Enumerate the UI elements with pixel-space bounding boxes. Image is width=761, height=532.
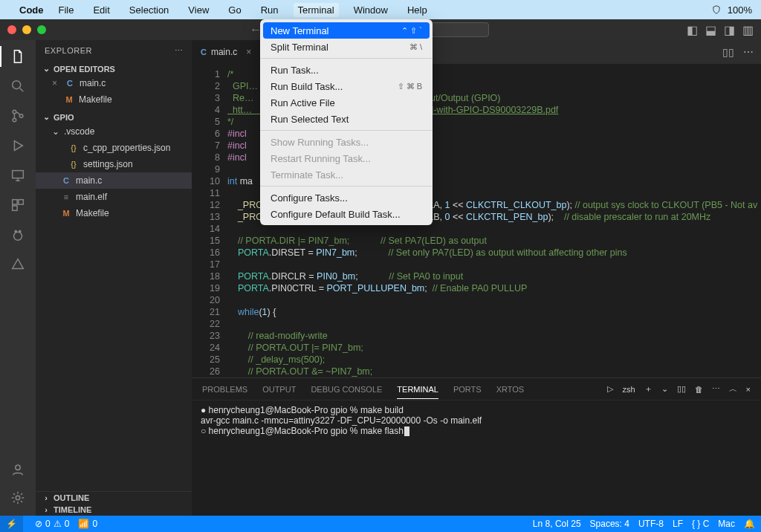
terminal-shell-label[interactable]: zsh [622, 385, 635, 394]
open-editors-header[interactable]: ⌄OPEN EDITORS [36, 62, 192, 75]
svg-point-10 [15, 230, 16, 232]
svg-line-1 [20, 88, 24, 92]
remote-indicator[interactable]: ⚡ [0, 516, 23, 532]
menu-item[interactable]: Run Build Task...⇧ ⌘ B [260, 78, 433, 94]
outline-header[interactable]: ›OUTLINE [36, 491, 192, 504]
panel-tab-problems[interactable]: PROBLEMS [202, 385, 247, 394]
menubar-item-view[interactable]: View [184, 3, 213, 17]
panel-tab-output[interactable]: OUTPUT [262, 385, 296, 394]
close-panel-icon[interactable]: × [746, 385, 751, 394]
menu-item[interactable]: Run Task... [260, 62, 433, 78]
svg-point-0 [13, 81, 21, 89]
menu-item[interactable]: Run Selected Text [260, 111, 433, 127]
svg-point-3 [13, 118, 16, 122]
menu-item: Terminate Task... [260, 166, 433, 183]
menubar-item-run[interactable]: Run [256, 3, 283, 17]
open-editor-item[interactable]: ×Cmain.c [36, 75, 192, 91]
svg-rect-7 [19, 200, 23, 204]
more-icon[interactable]: ⋯ [712, 384, 720, 394]
search-icon[interactable] [9, 77, 27, 95]
language-status[interactable]: { } C [692, 519, 709, 529]
new-terminal-icon[interactable]: ＋ [644, 383, 652, 395]
panel-tab-ports[interactable]: PORTS [453, 385, 482, 394]
accounts-icon[interactable] [9, 461, 27, 479]
tree-file[interactable]: {}c_cpp_properties.json [36, 140, 192, 156]
more-icon[interactable]: ⋯ [175, 46, 184, 56]
activity-bar [0, 40, 36, 516]
c-file-icon: C [201, 48, 207, 56]
layout-sidebar-right-icon[interactable]: ◨ [724, 23, 735, 37]
menubar-item-window[interactable]: Window [349, 3, 392, 17]
open-editor-item[interactable]: MMakefile [36, 91, 192, 108]
panel-tabs: PROBLEMSOUTPUTDEBUG CONSOLETERMINALPORTS… [192, 378, 761, 400]
workspace-header[interactable]: ⌄GPIO [36, 111, 192, 123]
layout-customize-icon[interactable]: ▥ [742, 23, 754, 37]
panel-tab-xrtos[interactable]: XRTOS [496, 385, 525, 394]
cursor-position[interactable]: Ln 8, Col 25 [533, 519, 581, 529]
minimize-window-icon[interactable] [22, 25, 31, 34]
status-bar: ⚡ ⊘ 0 ⚠ 0 📶 0 Ln 8, Col 25 Spaces: 4 UTF… [0, 516, 761, 532]
platformio-icon[interactable] [9, 226, 27, 244]
run-debug-icon[interactable] [9, 137, 27, 155]
chevron-up-icon[interactable]: ︿ [729, 383, 737, 395]
split-terminal-icon[interactable]: ▯▯ [677, 384, 686, 394]
battery-text: 100% [728, 4, 752, 16]
encoding-status[interactable]: UTF-8 [638, 519, 664, 529]
menu-item: Restart Running Task... [260, 150, 433, 166]
more-icon[interactable]: ⋯ [743, 46, 754, 58]
terminal-menu[interactable]: New Terminal⌃ ⇧ `Split Terminal⌘ \Run Ta… [260, 19, 433, 225]
shield-icon[interactable] [711, 4, 722, 15]
menubar-item-terminal[interactable]: Terminal [294, 3, 339, 17]
svg-point-9 [14, 232, 22, 240]
menu-item[interactable]: New Terminal⌃ ⇧ ` [263, 22, 430, 39]
tree-file[interactable]: MMakefile [36, 205, 192, 221]
tab-label: main.c [211, 47, 237, 57]
menu-item[interactable]: Run Active File [260, 94, 433, 111]
tree-file[interactable]: ≡main.elf [36, 189, 192, 205]
menubar-item-selection[interactable]: Selection [125, 3, 173, 17]
split-editor-icon[interactable]: ▯▯ [722, 46, 734, 58]
ports-status[interactable]: 📶 0 [78, 519, 97, 529]
macos-menubar: Code FileEditSelectionViewGoRunTerminalW… [0, 0, 761, 19]
menubar-item-file[interactable]: File [54, 3, 79, 17]
menubar-item-edit[interactable]: Edit [88, 3, 114, 17]
cmake-icon[interactable] [9, 256, 27, 273]
remote-explorer-icon[interactable] [9, 166, 27, 184]
menu-item[interactable]: Split Terminal⌘ \ [260, 39, 433, 55]
svg-rect-5 [13, 171, 24, 178]
chevron-down-icon[interactable]: ⌄ [661, 384, 668, 394]
notifications-icon[interactable]: 🔔 [744, 519, 755, 529]
tree-file[interactable]: {}settings.json [36, 156, 192, 172]
extensions-icon[interactable] [9, 196, 27, 214]
menubar-item-go[interactable]: Go [224, 3, 245, 17]
zoom-window-icon[interactable] [37, 25, 46, 34]
indent-status[interactable]: Spaces: 4 [590, 519, 629, 529]
panel-tab-debug-console[interactable]: DEBUG CONSOLE [311, 385, 382, 394]
editor-tab[interactable]: C main.c × [192, 40, 261, 64]
explorer-icon[interactable] [9, 48, 27, 65]
menu-item[interactable]: Configure Tasks... [260, 189, 433, 206]
menubar-item-help[interactable]: Help [403, 3, 432, 17]
menu-item: Show Running Tasks... [260, 134, 433, 150]
host-status[interactable]: Mac [718, 519, 735, 529]
panel-tab-terminal[interactable]: TERMINAL [397, 385, 438, 399]
close-icon[interactable]: × [246, 47, 251, 57]
trash-icon[interactable]: 🗑 [695, 385, 703, 394]
terminal-profile-icon[interactable]: ▷ [607, 384, 613, 394]
menu-item[interactable]: Configure Default Build Task... [260, 206, 433, 222]
close-window-icon[interactable] [7, 25, 16, 34]
layout-panel-icon[interactable]: ⬓ [705, 23, 716, 37]
eol-status[interactable]: LF [673, 519, 683, 529]
tree-file[interactable]: Cmain.c [36, 172, 192, 189]
svg-point-12 [16, 465, 20, 470]
app-name[interactable]: Code [19, 4, 44, 16]
problems-status[interactable]: ⊘ 0 ⚠ 0 [35, 519, 69, 529]
layout-sidebar-left-icon[interactable]: ◧ [687, 23, 698, 37]
gear-icon[interactable] [9, 489, 27, 507]
traffic-lights[interactable] [7, 25, 46, 34]
terminal-body[interactable]: ● henrycheung1@MacBook-Pro gpio % make b… [192, 400, 761, 516]
svg-rect-8 [13, 206, 17, 210]
source-control-icon[interactable] [9, 107, 27, 125]
timeline-header[interactable]: ›TIMELINE [36, 504, 192, 516]
tree-folder[interactable]: ⌄.vscode [36, 123, 192, 140]
